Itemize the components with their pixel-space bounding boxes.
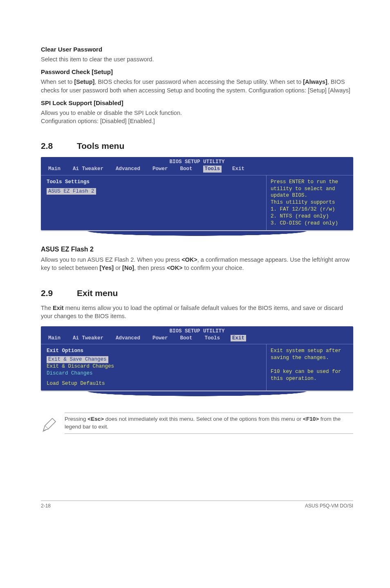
- bios-tools-right: Press ENTER to run the utility to select…: [267, 175, 353, 230]
- bios-tab-tools: Tools: [203, 166, 222, 173]
- footer-product: ASUS P5Q-VM DO/SI: [305, 503, 353, 509]
- bios-tab-main: Main: [47, 166, 62, 173]
- bios-tab-tools: Tools: [203, 335, 222, 342]
- bios-tab-boot: Boot: [179, 166, 194, 173]
- bios-tab-main: Main: [47, 335, 62, 342]
- bios-title: BIOS SETUP UTILITY: [41, 157, 353, 166]
- note-text: Pressing <Esc> does not immediately exit…: [65, 413, 353, 434]
- bios-tabs: Main Ai Tweaker Advanced Power Boot Tool…: [41, 335, 353, 344]
- para-ez-flash-2: Allows you to run ASUS EZ Flash 2. When …: [41, 256, 353, 272]
- heading-password-check: Password Check [Setup]: [41, 67, 353, 76]
- para-exit-intro: The Exit menu items allow you to load th…: [41, 304, 353, 321]
- bios-tab-power: Power: [151, 166, 170, 173]
- bios-exit-right: Exit system setup after saving the chang…: [267, 344, 353, 390]
- heading-ez-flash-2: ASUS EZ Flash 2: [41, 245, 353, 254]
- pencil-icon: [41, 413, 57, 435]
- bios-tools-heading: Tools Settings: [47, 179, 260, 186]
- bios-tab-exit: Exit: [231, 335, 246, 342]
- para-password-check: When set to [Setup], BIOS checks for use…: [41, 78, 353, 94]
- bios-exit-item-discard: Discard Changes: [47, 370, 93, 376]
- bios-exit-item-discard-exit: Exit & Discard Changes: [47, 364, 114, 369]
- bios-tab-boot: Boot: [179, 335, 194, 342]
- bios-exit-item-save: Exit & Save Changes: [47, 356, 108, 363]
- bios-tab-exit: Exit: [231, 166, 246, 173]
- bios-exit-panel: BIOS SETUP UTILITY Main Ai Tweaker Advan…: [41, 326, 353, 391]
- page-footer: 2-18 ASUS P5Q-VM DO/SI: [41, 500, 353, 509]
- para-clear-user-password: Select this item to clear the user passw…: [41, 55, 353, 63]
- para-spi-lock: Allows you to enable or disable the SPI …: [41, 109, 353, 126]
- bios-tab-power: Power: [151, 335, 170, 342]
- bios-tab-ai: Ai Tweaker: [71, 335, 105, 342]
- note-box: Pressing <Esc> does not immediately exit…: [41, 413, 353, 435]
- bios-tools-item-ezflash: ASUS EZ Flash 2: [47, 188, 96, 195]
- bios-exit-heading: Exit Options: [47, 348, 260, 355]
- bios-tabs: Main Ai Tweaker Advanced Power Boot Tool…: [41, 166, 353, 175]
- heading-section-2-8: 2.8Tools menu: [41, 140, 353, 152]
- footer-page-number: 2-18: [41, 503, 51, 509]
- bios-tools-left: Tools Settings ASUS EZ Flash 2: [41, 175, 267, 230]
- heading-spi-lock: SPI Lock Support [Disabled]: [41, 99, 353, 107]
- bios-title: BIOS SETUP UTILITY: [41, 326, 353, 335]
- bios-tab-advanced: Advanced: [114, 335, 142, 342]
- bios-tools-panel: BIOS SETUP UTILITY Main Ai Tweaker Advan…: [41, 157, 353, 230]
- heading-clear-user-password: Clear User Password: [41, 45, 353, 54]
- bios-tab-advanced: Advanced: [114, 166, 142, 173]
- heading-section-2-9: 2.9Exit menu: [41, 287, 353, 299]
- bios-exit-left: Exit Options Exit & Save Changes Exit & …: [41, 344, 267, 390]
- bios-tab-ai: Ai Tweaker: [71, 166, 105, 173]
- bios-exit-item-load-defaults: Load Setup Defaults: [47, 381, 105, 386]
